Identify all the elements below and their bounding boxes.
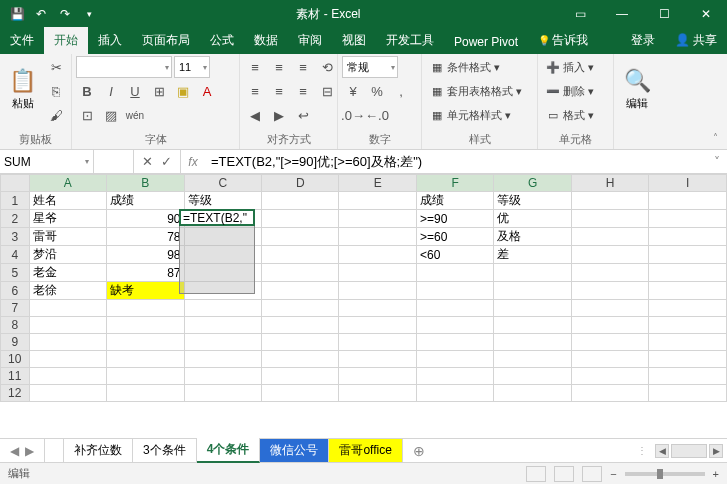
save-icon[interactable]: 💾 <box>8 5 26 23</box>
tab-powerpivot[interactable]: Power Pivot <box>444 30 528 54</box>
cell[interactable]: >=60 <box>416 228 493 246</box>
cell[interactable] <box>571 385 648 402</box>
cell[interactable] <box>107 351 184 368</box>
sheet-tab[interactable]: 雷哥office <box>329 439 402 462</box>
cell[interactable] <box>339 210 416 228</box>
group-label-cells[interactable]: 单元格 <box>542 130 609 149</box>
cell[interactable]: 成绩 <box>107 192 184 210</box>
hscroll-left-icon[interactable]: ◀ <box>655 444 669 458</box>
tab-developer[interactable]: 开发工具 <box>376 27 444 54</box>
conditional-format-button[interactable]: ▦条件格式 ▾ <box>426 56 504 78</box>
cell[interactable] <box>649 228 727 246</box>
hscroll-track[interactable] <box>671 444 707 458</box>
cell[interactable] <box>649 385 727 402</box>
cell[interactable] <box>29 368 106 385</box>
cell[interactable] <box>571 317 648 334</box>
sheet-nav-next-icon[interactable]: ▶ <box>25 444 34 458</box>
cell[interactable] <box>184 385 261 402</box>
worksheet-grid[interactable]: A B C D E F G H I 1姓名成绩等级成绩等级 2星爷90>=90优… <box>0 174 727 438</box>
cell[interactable] <box>494 282 571 300</box>
cell[interactable] <box>571 192 648 210</box>
cell[interactable]: 及格 <box>494 228 571 246</box>
group-label-styles[interactable]: 样式 <box>426 130 533 149</box>
cell[interactable]: 缺考 <box>107 282 184 300</box>
tab-data[interactable]: 数据 <box>244 27 288 54</box>
cell[interactable]: 老金 <box>29 264 106 282</box>
group-label-number[interactable]: 数字 <box>342 130 417 149</box>
cell[interactable] <box>107 317 184 334</box>
cell[interactable] <box>262 246 339 264</box>
col-header[interactable]: E <box>339 175 416 192</box>
cell[interactable] <box>339 334 416 351</box>
cell[interactable] <box>571 300 648 317</box>
cell[interactable] <box>339 317 416 334</box>
cell[interactable] <box>184 300 261 317</box>
fill-color-button[interactable]: ▣ <box>172 80 194 102</box>
group-label-clipboard[interactable]: 剪贴板 <box>4 130 67 149</box>
cell[interactable] <box>29 351 106 368</box>
cell[interactable] <box>494 317 571 334</box>
cut-button[interactable]: ✂ <box>45 56 67 78</box>
decimal-inc-button[interactable]: .0→ <box>342 104 364 126</box>
font-color-button[interactable]: A <box>196 80 218 102</box>
name-box[interactable]: SUM <box>0 150 94 173</box>
number-format-combo[interactable]: 常规 <box>342 56 398 78</box>
col-header[interactable]: I <box>649 175 727 192</box>
col-header[interactable]: G <box>494 175 571 192</box>
phonetic-button[interactable]: wén <box>124 104 146 126</box>
cell[interactable] <box>494 300 571 317</box>
cell[interactable] <box>262 334 339 351</box>
cell[interactable] <box>649 282 727 300</box>
col-header[interactable]: F <box>416 175 493 192</box>
cancel-formula-icon[interactable]: ✕ <box>142 154 153 169</box>
row-header[interactable]: 1 <box>1 192 30 210</box>
insert-cells-button[interactable]: ➕插入 ▾ <box>542 56 598 78</box>
cell[interactable] <box>107 385 184 402</box>
cell[interactable] <box>262 192 339 210</box>
cell[interactable] <box>416 300 493 317</box>
share-button[interactable]: 👤 共享 <box>665 27 727 54</box>
cell[interactable]: 雷哥 <box>29 228 106 246</box>
row-header[interactable]: 11 <box>1 368 30 385</box>
align-middle-button[interactable]: ≡ <box>268 56 290 78</box>
group-label-alignment[interactable]: 对齐方式 <box>244 130 333 149</box>
fx-icon[interactable]: fx <box>181 150 205 173</box>
row-header[interactable]: 12 <box>1 385 30 402</box>
cell[interactable] <box>494 385 571 402</box>
row-header[interactable]: 7 <box>1 300 30 317</box>
align-right-button[interactable]: ≡ <box>292 80 314 102</box>
cell[interactable]: 98 <box>107 246 184 264</box>
row-header[interactable]: 4 <box>1 246 30 264</box>
orientation-button[interactable]: ⟲ <box>316 56 338 78</box>
indent-dec-button[interactable]: ◀ <box>244 104 266 126</box>
view-layout-button[interactable] <box>554 466 574 482</box>
cell[interactable] <box>494 264 571 282</box>
cell[interactable] <box>494 351 571 368</box>
cell[interactable]: <60 <box>416 246 493 264</box>
cell-styles-button[interactable]: ▦单元格样式 ▾ <box>426 104 515 126</box>
cell[interactable] <box>416 385 493 402</box>
sheet-tab-active[interactable]: 4个条件 <box>197 438 261 463</box>
col-header[interactable]: B <box>107 175 184 192</box>
cell[interactable] <box>262 351 339 368</box>
format-painter-button[interactable]: 🖌 <box>45 104 67 126</box>
currency-button[interactable]: ¥ <box>342 80 364 102</box>
cell[interactable] <box>107 300 184 317</box>
cell[interactable] <box>184 334 261 351</box>
sheet-split[interactable] <box>44 439 64 462</box>
tab-insert[interactable]: 插入 <box>88 27 132 54</box>
editing-button[interactable]: 🔍 编辑 <box>618 56 656 122</box>
cell[interactable] <box>416 368 493 385</box>
cell[interactable] <box>416 334 493 351</box>
cell[interactable]: 姓名 <box>29 192 106 210</box>
cell[interactable] <box>184 246 261 264</box>
login-link[interactable]: 登录 <box>621 27 665 54</box>
cell[interactable] <box>571 210 648 228</box>
border-button[interactable]: ⊞ <box>148 80 170 102</box>
close-icon[interactable]: ✕ <box>685 0 727 28</box>
sheet-tab[interactable]: 补齐位数 <box>64 439 133 462</box>
add-sheet-button[interactable]: ⊕ <box>403 443 435 459</box>
zoom-slider[interactable] <box>625 472 705 476</box>
cell[interactable] <box>262 282 339 300</box>
tellme[interactable]: 告诉我 <box>528 27 598 54</box>
